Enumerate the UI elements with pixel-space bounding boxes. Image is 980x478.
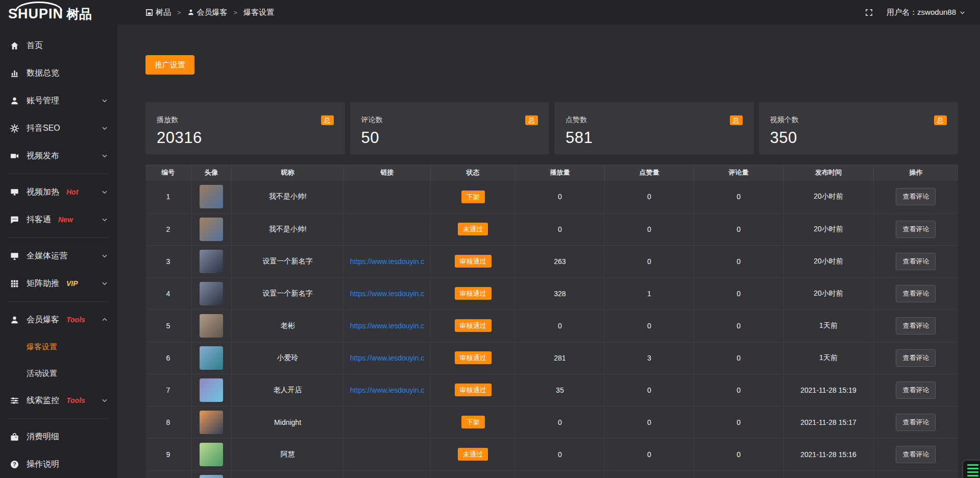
stat-card-label: 评论数 — [361, 115, 538, 125]
breadcrumb-item[interactable]: 树品 — [145, 8, 171, 17]
user-menu[interactable]: 用户名：zswodun88 — [887, 8, 966, 17]
time-cell: 1天前 — [783, 309, 874, 342]
stat-card-value: 350 — [770, 129, 947, 147]
view-comments-button[interactable]: 查看评论 — [896, 253, 936, 270]
view-comments-button[interactable]: 查看评论 — [896, 381, 936, 399]
plays-cell: 0 — [515, 181, 604, 213]
sidebar-item-clues[interactable]: 线索监控Tools — [0, 387, 117, 414]
status-cell: 下架 — [431, 181, 516, 213]
chevron-down-icon — [101, 252, 108, 259]
sidebar-item-member[interactable]: 会员爆客Tools — [0, 306, 117, 333]
sidebar-item-label: 账号管理 — [27, 95, 59, 106]
total-badge: 总 — [321, 115, 334, 125]
grid-icon — [9, 278, 19, 289]
sidebar-item-label: 会员爆客 — [27, 315, 59, 325]
sidebar-item-home[interactable]: 首页 — [0, 32, 117, 59]
floating-widget[interactable] — [962, 460, 980, 478]
table-row: 5老彬https://www.iesdouyin.c审核通过0001天前查看评论 — [145, 309, 958, 342]
video-link[interactable]: https://www.iesdouyin.c — [350, 322, 425, 330]
dashboard-icon — [145, 9, 153, 16]
chevron-down-icon — [101, 397, 108, 404]
row-id-cell: 5 — [145, 309, 191, 342]
sidebar-item-account[interactable]: 账号管理 — [0, 87, 117, 114]
column-header: 头像 — [191, 164, 232, 181]
sidebar-item-consume[interactable]: 消费明细 — [0, 423, 117, 450]
table-row: 3设置一个新名字https://www.iesdouyin.c审核通过26300… — [145, 245, 958, 277]
stat-card: 视频个数总350 — [759, 102, 959, 154]
table-row — [145, 470, 958, 478]
bar-chart-icon — [9, 68, 19, 78]
video-link[interactable]: https://www.iesdouyin.c — [350, 354, 425, 362]
sidebar-item-label: 视频发布 — [27, 151, 59, 161]
nickname-cell: 老人开店 — [232, 374, 344, 406]
time-cell: 20小时前 — [783, 181, 874, 213]
sidebar-item-matrix[interactable]: 矩阵助推VIP — [0, 270, 117, 297]
video-link[interactable]: https://www.iesdouyin.c — [350, 290, 425, 298]
likes-cell: 0 — [604, 181, 694, 213]
chevron-down-icon — [101, 152, 108, 159]
view-comments-button[interactable]: 查看评论 — [896, 349, 936, 367]
sidebar-item-heat[interactable]: 视频加热Hot — [0, 178, 117, 206]
nickname-cell: 阿慧 — [232, 438, 344, 470]
table-header-row: 编号头像昵称链接状态播放量点赞量评论量发布时间操作 — [145, 164, 958, 181]
total-badge: 总 — [934, 115, 947, 125]
promo-settings-button[interactable]: 推广设置 — [145, 55, 194, 75]
sidebar-item-media[interactable]: 全媒体运营 — [0, 242, 117, 270]
sidebar-divider — [8, 301, 109, 302]
sidebar-subitem-activity-settings[interactable]: 活动设置 — [0, 360, 117, 387]
view-comments-button[interactable]: 查看评论 — [896, 446, 936, 463]
chevron-up-icon — [101, 316, 108, 323]
view-comments-button[interactable]: 查看评论 — [896, 414, 936, 431]
action-cell: 查看评论 — [873, 342, 958, 374]
stat-card-value: 581 — [566, 129, 743, 147]
column-header: 编号 — [145, 164, 191, 181]
column-header: 播放量 — [515, 164, 604, 181]
view-comments-button[interactable]: 查看评论 — [896, 188, 936, 205]
username-label: 用户名：zswodun88 — [887, 8, 956, 17]
sidebar-item-label: 数据总览 — [27, 68, 59, 79]
sidebar-divider — [8, 237, 109, 238]
gear-icon — [9, 123, 19, 133]
sidebar-item-overview[interactable]: 数据总览 — [0, 59, 117, 87]
action-cell: 查看评论 — [873, 438, 958, 470]
breadcrumb-label: 会员爆客 — [197, 8, 228, 17]
app-logo[interactable]: SHUPIN 树品 — [0, 0, 117, 25]
breadcrumb-item[interactable]: 爆客设置 — [243, 8, 274, 17]
comments-cell: 0 — [694, 309, 783, 342]
sidebar-item-seo[interactable]: 抖音SEO — [0, 114, 117, 142]
sidebar-divider — [8, 174, 109, 174]
plays-cell: 328 — [515, 277, 604, 309]
status-badge: 审核通过 — [455, 287, 492, 300]
chevron-down-icon — [101, 188, 108, 196]
comments-cell: 0 — [694, 406, 783, 438]
avatar — [200, 314, 223, 338]
time-cell: 2021-11-28 15:17 — [783, 406, 874, 438]
fullscreen-icon[interactable] — [865, 8, 873, 17]
status-badge: 未通过 — [458, 223, 488, 235]
likes-cell: 0 — [604, 406, 694, 438]
stat-card-value: 20316 — [157, 129, 334, 147]
sidebar-item-douketong[interactable]: 抖客通New — [0, 206, 117, 233]
video-link[interactable]: https://www.iesdouyin.c — [350, 257, 425, 266]
widget-line — [967, 471, 978, 473]
time-cell: 2021-11-28 15:16 — [783, 438, 874, 470]
stat-card: 点赞数总581 — [554, 102, 754, 154]
row-id-cell: 4 — [145, 277, 191, 309]
display-icon — [9, 187, 19, 197]
sidebar-subitem-baoke-settings[interactable]: 爆客设置 — [0, 333, 117, 360]
widget-line — [967, 475, 978, 476]
video-link[interactable]: https://www.iesdouyin.c — [350, 386, 425, 394]
sidebar-item-help[interactable]: ?操作说明 — [0, 450, 117, 478]
view-comments-button[interactable]: 查看评论 — [896, 317, 936, 334]
sidebar-item-label: 全媒体运营 — [27, 251, 67, 261]
sidebar-item-publish[interactable]: 视频发布 — [0, 142, 117, 170]
sidebar-item-label: 视频加热 — [27, 187, 59, 198]
nickname-cell: 设置一个新名字 — [232, 245, 344, 277]
table-row: 7老人开店https://www.iesdouyin.c审核通过35002021… — [145, 374, 958, 406]
table-row: 1我不是小帅!下架00020小时前查看评论 — [145, 181, 958, 213]
logo-text-cn: 树品 — [66, 6, 92, 22]
view-comments-button[interactable]: 查看评论 — [896, 285, 936, 302]
nickname-cell: Midnight — [232, 406, 344, 438]
view-comments-button[interactable]: 查看评论 — [896, 221, 936, 238]
breadcrumb-item[interactable]: 会员爆客 — [187, 8, 228, 17]
